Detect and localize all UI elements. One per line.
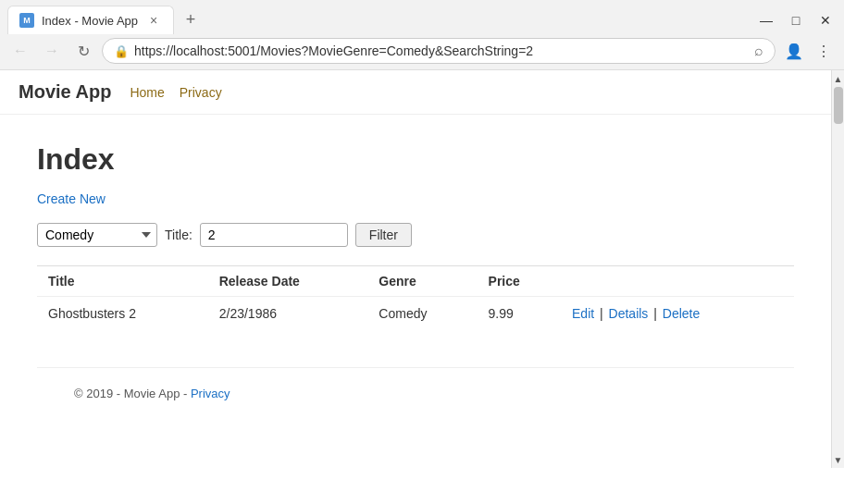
nav-privacy[interactable]: Privacy xyxy=(180,85,222,100)
browser-chrome: M Index - Movie App × + — □ ✕ ← → ↻ 🔒 ht… xyxy=(0,0,844,70)
col-title: Title xyxy=(37,266,208,297)
movie-release-date: 2/23/1986 xyxy=(208,297,368,331)
col-price: Price xyxy=(478,266,561,297)
account-button[interactable]: 👤 xyxy=(781,38,807,64)
movies-table: Title Release Date Genre Price Ghostbust… xyxy=(37,265,794,330)
browser-viewport: Movie App Home Privacy Index Create New … xyxy=(0,70,844,468)
scrollbar-down-button[interactable]: ▼ xyxy=(832,451,844,468)
active-tab[interactable]: M Index - Movie App × xyxy=(7,6,174,34)
edit-link[interactable]: Edit xyxy=(572,306,594,321)
site-nav: Movie App Home Privacy xyxy=(0,70,831,115)
delete-link[interactable]: Delete xyxy=(663,306,700,321)
col-release-date: Release Date xyxy=(208,266,368,297)
nav-home[interactable]: Home xyxy=(130,85,164,100)
movie-genre: Comedy xyxy=(367,297,477,331)
window-controls: — □ ✕ xyxy=(755,9,837,31)
col-genre: Genre xyxy=(367,266,477,297)
page-title: Index xyxy=(37,142,794,177)
details-link[interactable]: Details xyxy=(609,306,649,321)
site-footer: © 2019 - Movie App - Privacy xyxy=(37,367,794,419)
table-header-row: Title Release Date Genre Price xyxy=(37,266,794,297)
new-tab-button[interactable]: + xyxy=(178,7,204,33)
movie-price: 9.99 xyxy=(478,297,561,331)
site-brand: Movie App xyxy=(19,81,111,103)
address-bar: ← → ↻ 🔒 https://localhost:5001/Movies?Mo… xyxy=(0,34,844,69)
url-text: https://localhost:5001/Movies?MovieGenre… xyxy=(134,43,749,58)
maximize-button[interactable]: □ xyxy=(785,9,807,31)
title-label: Title: xyxy=(165,227,192,242)
table-header: Title Release Date Genre Price xyxy=(37,266,794,297)
table-body: Ghostbusters 2 2/23/1986 Comedy 9.99 Edi… xyxy=(37,297,794,331)
action-separator-1: | xyxy=(596,306,606,321)
reload-button[interactable]: ↻ xyxy=(70,38,96,64)
footer-copyright: © 2019 - Movie App - xyxy=(74,387,191,400)
title-input[interactable] xyxy=(200,223,348,247)
main-content: Index Create New Comedy All Genres Drama… xyxy=(0,115,831,447)
movie-actions: Edit | Details | Delete xyxy=(561,297,794,331)
genre-select[interactable]: Comedy All Genres Drama Action Horror xyxy=(37,223,157,247)
movie-title: Ghostbusters 2 xyxy=(37,297,208,331)
tab-close-button[interactable]: × xyxy=(145,12,162,29)
scrollbar[interactable]: ▲ ▼ xyxy=(831,70,844,468)
action-separator-2: | xyxy=(650,306,660,321)
scrollbar-track[interactable] xyxy=(832,87,844,451)
filter-button[interactable]: Filter xyxy=(355,223,412,247)
filter-form: Comedy All Genres Drama Action Horror Ti… xyxy=(37,223,794,247)
forward-button[interactable]: → xyxy=(39,38,65,64)
tab-bar: M Index - Movie App × + xyxy=(7,6,204,34)
url-bar[interactable]: 🔒 https://localhost:5001/Movies?MovieGen… xyxy=(102,38,776,64)
title-bar: M Index - Movie App × + — □ ✕ xyxy=(0,0,844,34)
menu-button[interactable]: ⋮ xyxy=(811,38,837,64)
back-button[interactable]: ← xyxy=(7,38,33,64)
scrollbar-up-button[interactable]: ▲ xyxy=(832,70,844,87)
page-content: Movie App Home Privacy Index Create New … xyxy=(0,70,831,468)
col-actions xyxy=(561,266,794,297)
footer-privacy-link[interactable]: Privacy xyxy=(191,387,230,400)
url-search-icon[interactable]: ⌕ xyxy=(754,43,763,59)
scrollbar-thumb[interactable] xyxy=(834,87,843,124)
minimize-button[interactable]: — xyxy=(755,9,777,31)
tab-favicon: M xyxy=(19,13,34,28)
site-nav-links: Home Privacy xyxy=(130,85,221,100)
create-new-link[interactable]: Create New xyxy=(37,191,794,206)
close-window-button[interactable]: ✕ xyxy=(814,9,837,31)
lock-icon: 🔒 xyxy=(114,44,129,58)
tab-title: Index - Movie App xyxy=(42,14,138,28)
browser-actions: 👤 ⋮ xyxy=(781,38,837,64)
table-row: Ghostbusters 2 2/23/1986 Comedy 9.99 Edi… xyxy=(37,297,794,331)
